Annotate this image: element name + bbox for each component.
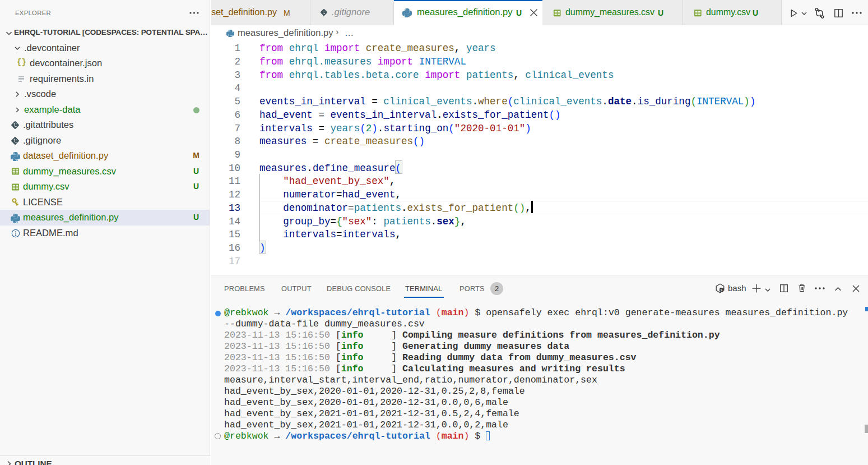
svg-text:$‑: $‑ <box>721 289 724 292</box>
